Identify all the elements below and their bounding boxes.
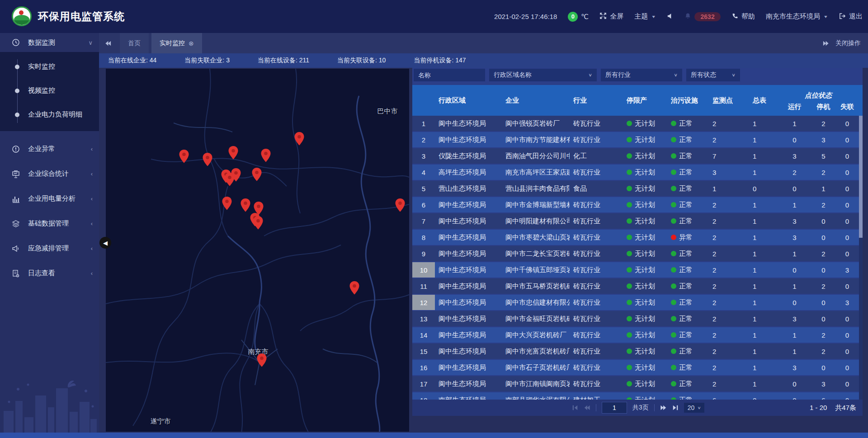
map-pin[interactable] — [179, 150, 189, 163]
table-row[interactable]: 9阆中生态环境局阆中市二龙长宝页岩砖砖瓦行业无计划正常21120 — [412, 246, 863, 262]
map-pin[interactable] — [253, 216, 263, 230]
sidebar-item-label: 应急减排管理 — [28, 244, 91, 253]
page-input[interactable] — [602, 402, 627, 414]
tab-首页[interactable]: 首页 — [120, 33, 149, 53]
close-operations-button[interactable]: 关闭操作 — [835, 39, 861, 47]
cell-text: 正常 — [679, 266, 693, 274]
mute-button[interactable] — [667, 13, 674, 21]
map-pin[interactable] — [252, 168, 262, 181]
industry-filter-value: 所有行业 — [605, 71, 631, 79]
first-page-button[interactable] — [572, 405, 578, 411]
table-row[interactable]: 13阆中生态环境局阆中市金福旺页岩机砖砖瓦行业无计划正常21300 — [412, 311, 863, 327]
cell-region: 阆中生态环境局 — [435, 344, 502, 359]
tab-实时监控[interactable]: 实时监控⊗ — [151, 33, 202, 53]
table-row[interactable]: 2阆中生态环境局阆中市南方节能建材有砖瓦行业无计划正常21030 — [412, 132, 863, 148]
cell-text: 正常 — [679, 363, 693, 372]
cell-text: 2 — [821, 201, 825, 209]
cell-text: 3 — [845, 299, 849, 306]
table-row[interactable]: 17阆中生态环境局阆中市江南镇阆南页岩砖瓦行业无计划正常21030 — [412, 376, 863, 392]
sidebar-subitem-企业电力负荷明细[interactable]: 企业电力负荷明细 — [0, 103, 99, 127]
stat-item: 当前停机设备: 147 — [414, 57, 466, 65]
sidebar-item-企业综合统计[interactable]: 企业综合统计‹ — [0, 161, 99, 186]
cell-text: 2 — [793, 169, 796, 176]
board-icon — [12, 170, 22, 178]
table-row[interactable]: 11阆中生态环境局阆中市五马桥页岩机砖砖瓦行业无计划正常21120 — [412, 278, 863, 295]
pagination-range: 1 - 20 — [810, 404, 827, 412]
table-row[interactable]: 1阆中生态环境局阆中强锐页岩砖厂砖瓦行业无计划正常21120 — [412, 116, 863, 132]
map-pin[interactable] — [241, 198, 250, 212]
map-canvas[interactable]: 巴中市南充市遂宁市 — [106, 69, 409, 432]
map-pin[interactable] — [349, 281, 359, 295]
cell-text: 阆中市金博瑞新型墙材 — [505, 201, 570, 209]
tab-scroll-right-button[interactable] — [823, 40, 829, 47]
cell-text: 阆中市二龙长宝页岩砖 — [505, 250, 570, 258]
map-pin[interactable] — [222, 197, 232, 210]
notifications[interactable]: 2632 — [684, 12, 721, 21]
table-row[interactable]: 14阆中生态环境局阆中大兴页岩机砖厂砖瓦行业无计划正常21120 — [412, 327, 863, 344]
cell-text: 无计划 — [635, 168, 655, 177]
name-filter-input[interactable] — [414, 69, 485, 81]
table-row[interactable]: 18南部生态环境局南部县砌华水泥有限公建材加工无计划正常60060 — [412, 392, 863, 400]
fullscreen-button[interactable]: 全屏 — [599, 12, 623, 21]
help-button[interactable]: 帮助 — [731, 12, 755, 21]
table-row[interactable]: 4高坪生态环境局南充市高坪区王家店建砖瓦行业无计划正常31220 — [412, 165, 863, 181]
map-pin[interactable] — [257, 353, 267, 367]
table-row[interactable]: 15阆中生态环境局阆中市光富页岩机砖厂砖瓦行业无计划正常21120 — [412, 344, 863, 360]
cell-text: 高坪生态环境局 — [439, 168, 486, 177]
table-row[interactable]: 10阆中生态环境局阆中千佛镇五郎垭页岩砖瓦行业无计划正常21003 — [412, 262, 863, 278]
cell-text: 砖瓦行业 — [573, 217, 600, 226]
map-pin[interactable] — [395, 198, 405, 212]
column-header-停限产: 停限产 — [615, 85, 660, 116]
table-row[interactable]: 12阆中生态环境局阆中市忠信建材有限公砖瓦行业无计划正常21003 — [412, 295, 863, 311]
next-page-button[interactable] — [660, 405, 667, 411]
cell-text: 0 — [821, 315, 825, 323]
sidebar-item-应急减排管理[interactable]: 应急减排管理‹ — [0, 236, 99, 261]
cell-text: 正常 — [679, 184, 693, 193]
page-size-select[interactable]: 20 ∨ — [684, 403, 705, 413]
tab-scroll-left-button[interactable] — [99, 33, 117, 53]
cell-meters: 1 — [741, 376, 778, 391]
map-pin[interactable] — [261, 149, 271, 162]
region-filter-select[interactable]: 行政区域名称 ∨ — [489, 69, 597, 81]
table-row[interactable]: 7阆中生态环境局阆中明阳建材有限公司砖瓦行业无计划正常21300 — [412, 213, 863, 230]
sidebar-item-日志查看[interactable]: 日志查看‹ — [0, 261, 99, 286]
user-dropdown[interactable]: 南充市生态环境局▼ — [766, 12, 828, 21]
cell-company: 南充市高坪区王家店建 — [502, 165, 570, 180]
logout-button[interactable]: 退出 — [839, 12, 863, 21]
map-pin[interactable] — [231, 168, 241, 182]
cell-region: 营山生态环境局 — [435, 181, 502, 196]
last-page-button[interactable] — [672, 405, 679, 411]
sidebar-subitem-实时监控[interactable]: 实时监控 — [0, 55, 99, 79]
cell-no: 1 — [412, 116, 435, 131]
cell-text: 16 — [420, 364, 428, 372]
sidebar-item-数据监测[interactable]: 数据监测∨ — [0, 33, 99, 52]
cell-region: 阆中生态环境局 — [435, 213, 502, 229]
table-scrollbar-thumb[interactable] — [859, 116, 863, 238]
industry-filter-select[interactable]: 所有行业 ∨ — [601, 69, 682, 81]
table-row[interactable]: 16阆中生态环境局阆中市石子页岩机砖厂砖瓦行业无计划正常21300 — [412, 360, 863, 376]
cell-region: 阆中生态环境局 — [435, 295, 502, 310]
sidebar-item-企业用电量分析[interactable]: 企业用电量分析‹ — [0, 186, 99, 211]
cell-text: 正常 — [679, 396, 693, 400]
close-icon[interactable]: ⊗ — [189, 40, 194, 47]
cell-no: 8 — [412, 230, 435, 245]
map-pin[interactable] — [203, 153, 212, 166]
cell-text: 无计划 — [635, 380, 655, 388]
sidebar-item-基础数据管理[interactable]: 基础数据管理‹ — [0, 211, 99, 236]
status-dot-green — [627, 332, 632, 338]
prev-page-button[interactable] — [584, 405, 590, 411]
theme-dropdown[interactable]: 主题▼ — [634, 12, 656, 21]
table-row[interactable]: 3仪陇生态环境局西南油气田分公司川中化工无计划正常71350 — [412, 148, 863, 165]
map-pin[interactable] — [294, 132, 304, 146]
sidebar-item-企业异常[interactable]: 企业异常‹ — [0, 137, 99, 161]
table-row[interactable]: 8阆中生态环境局阆中市枣碧大梁山页岩砖瓦行业无计划异常21300 — [412, 230, 863, 246]
cell-text: 0 — [793, 299, 796, 306]
table-row[interactable]: 5营山生态环境局营山县润丰肉食品有限食品无计划正常10010 — [412, 181, 863, 197]
map-pin[interactable] — [228, 146, 238, 160]
status-filter-select[interactable]: 所有状态 ∨ — [686, 69, 740, 81]
table-row[interactable]: 6阆中生态环境局阆中市金博瑞新型墙材砖瓦行业无计划正常21120 — [412, 197, 863, 213]
cell-company: 南部县砌华水泥有限公 — [502, 392, 570, 400]
sidebar-collapse-button[interactable]: ◀ — [99, 237, 111, 249]
cell-points: 2 — [705, 132, 741, 147]
sidebar-subitem-视频监控[interactable]: 视频监控 — [0, 79, 99, 103]
